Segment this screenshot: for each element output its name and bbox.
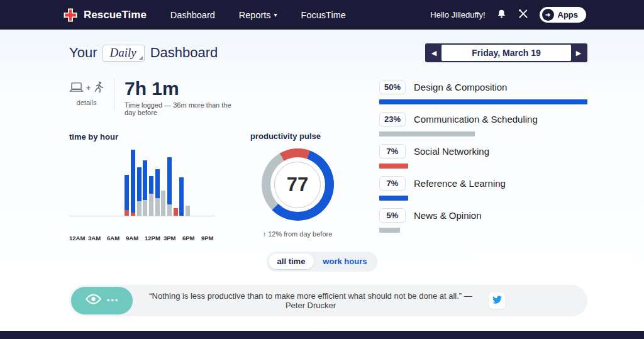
hour-axis-tick: 12AM [69,235,88,242]
category-list: 50%Design & Composition23%Communication … [379,79,587,242]
pulse-change-text: 12% from day before [268,230,332,238]
productivity-pulse-label: productivity pulse [250,131,345,141]
title-suffix: Dashboard [150,45,218,61]
hour-axis-tick: 9PM [201,235,220,242]
ellipsis-icon: ••• [107,296,119,304]
category-label[interactable]: Communication & Scheduling [414,114,538,125]
time-logged-text: 7h 1m Time logged — 36m more than the da… [114,79,234,116]
hour-bar[interactable] [174,208,178,216]
bell-icon [496,9,507,21]
notifications-bell-button[interactable] [496,9,507,21]
devices-row: + [69,81,104,95]
category-percent-badge: 7% [379,176,406,191]
category-percent-badge: 7% [379,144,406,158]
hour-axis-tick: 12PM [145,235,164,242]
category-bar [379,196,408,201]
category-row: 7%Reference & Learning [379,176,587,201]
next-day-button[interactable]: ▶ [571,45,586,61]
nav-focustime[interactable]: FocusTime [301,10,346,20]
nav-reports[interactable]: Reports ▾ [239,10,277,20]
period-select[interactable]: Daily [103,45,144,62]
runner-icon [93,81,104,95]
time-by-hour-chart: time by hour 12AM3AM6AM9AM12PM3PM6PM9PM [69,132,234,242]
details-link[interactable]: details [77,99,97,106]
eye-icon [85,293,102,308]
quote-bar: ••• “Nothing is less productive than to … [69,285,587,316]
tools-button[interactable] [518,8,529,21]
main-nav: Dashboard Reports ▾ FocusTime [147,10,346,20]
hour-bar[interactable] [161,191,165,216]
rescuetime-logo[interactable]: RescueTime [63,8,147,23]
hour-axis-tick: 3AM [88,235,107,242]
category-bar [379,164,408,169]
hour-axis-tick: 6AM [107,235,126,242]
category-bar [379,228,400,233]
chevron-down-icon: ▾ [274,11,277,18]
title-prefix: Your [69,45,97,61]
category-bar [379,131,475,136]
pulse-footnote: ↑12% from day before [250,230,345,238]
time-logged-summary: + details 7h 1m [69,79,234,116]
pulse-donut[interactable]: 77 [262,148,334,221]
title-row: Your Daily Dashboard ◀ Friday, March 19 … [0,30,644,62]
time-logged-column: + details 7h 1m [69,79,234,242]
hour-bar[interactable] [149,176,153,216]
nav-dashboard[interactable]: Dashboard [170,10,215,20]
tools-icon [518,8,529,21]
quote-eye-button[interactable]: ••• [71,287,133,314]
productivity-pulse-column: productivity pulse 77 ↑12% from day befo… [250,79,345,242]
hour-bar[interactable] [137,167,142,216]
footer-bar [0,331,644,339]
top-nav-bar: RescueTime Dashboard Reports ▾ FocusTime… [0,0,644,30]
category-label[interactable]: Reference & Learning [414,178,506,189]
hour-bar[interactable] [179,177,184,216]
hour-bar[interactable] [143,160,147,216]
time-toggle: all timework hours [267,252,378,271]
date-navigator: ◀ Friday, March 19 ▶ [425,43,587,62]
brand-name: RescueTime [84,9,147,21]
hour-axis: 12AM3AM6AM9AM12PM3PM6PM9PM [69,235,220,242]
category-row: 50%Design & Composition [379,80,587,104]
hour-bar[interactable] [167,157,172,216]
current-date-label: Friday, March 19 [441,45,571,61]
category-label[interactable]: Design & Composition [414,82,507,92]
time-logged-value: 7h 1m [125,79,234,99]
toggle-wrap: all timework hours [0,252,644,271]
laptop-icon [69,82,84,94]
apps-launch-icon: ➜ [542,9,554,21]
category-label[interactable]: Social Networking [414,146,489,157]
pulse-score: 77 [274,162,321,208]
category-label[interactable]: News & Opinion [414,210,482,221]
device-icons-block: + details [69,79,114,110]
up-arrow-icon: ↑ [263,230,267,238]
first-aid-cross-icon [63,8,78,23]
page-title: Your Daily Dashboard [69,45,218,62]
toggle-work-hours[interactable]: work hours [314,253,375,269]
hour-bars [69,150,215,216]
category-row: 5%News & Opinion [379,208,587,233]
category-row: 7%Social Networking [379,144,587,169]
toggle-all-time[interactable]: all time [269,253,314,269]
category-percent-badge: 5% [379,208,406,223]
quote-text: “Nothing is less productive than to make… [133,291,489,310]
arrow-right-icon: ▶ [576,49,581,57]
category-bar [379,99,587,104]
hour-bar[interactable] [186,206,190,216]
hour-bar[interactable] [125,175,129,216]
top-right-group: Hello Jilleduffy! ➜ Apps [430,7,586,23]
category-percent-badge: 23% [379,112,406,126]
category-row: 23%Communication & Scheduling [379,112,587,136]
time-by-hour-label: time by hour [69,132,234,142]
dashboard-main: + details 7h 1m [0,62,644,242]
arrow-left-icon: ◀ [431,49,436,57]
apps-button[interactable]: ➜ Apps [540,7,587,23]
pulse-donut-inner: 77 [270,157,325,212]
user-greeting: Hello Jilleduffy! [430,10,485,19]
plus-icon: + [86,84,91,92]
hour-axis-tick: 3PM [164,235,182,242]
twitter-icon [492,296,502,306]
hour-bar[interactable] [131,150,135,216]
tweet-quote-button[interactable] [489,292,505,309]
hour-bar[interactable] [155,169,160,216]
previous-day-button[interactable]: ◀ [426,45,441,61]
